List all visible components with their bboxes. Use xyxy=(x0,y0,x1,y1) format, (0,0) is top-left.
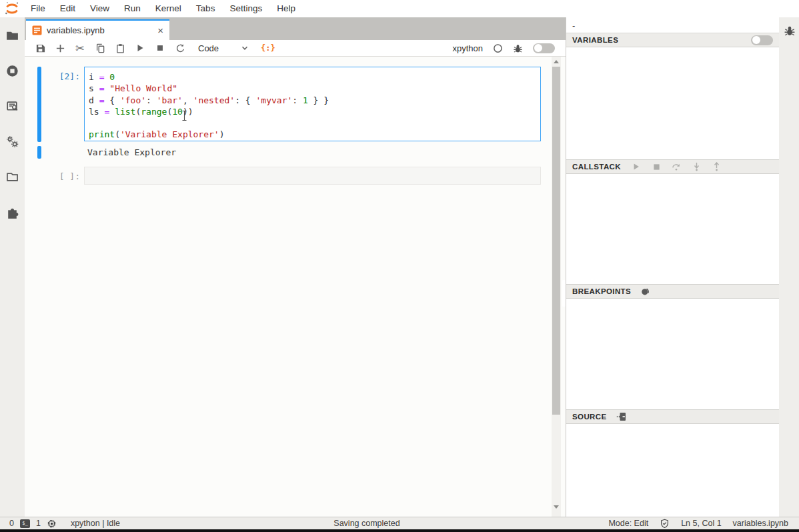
kernel-chip-icon xyxy=(47,519,57,529)
breakpoints-header-label: BREAKPOINTS xyxy=(572,287,631,295)
tab-close-icon[interactable]: × xyxy=(157,25,163,35)
callstack-header-label: CALLSTACK xyxy=(572,163,621,171)
menu-item-help[interactable]: Help xyxy=(269,0,303,17)
cell-output-collapser[interactable] xyxy=(37,146,41,159)
scrollbar-thumb[interactable] xyxy=(552,67,560,415)
left-sidebar xyxy=(0,17,25,517)
bottom-edge xyxy=(0,529,799,532)
breakpoints-section-header[interactable]: BREAKPOINTS xyxy=(566,285,779,299)
debugger-tab-bug-icon[interactable] xyxy=(784,25,796,37)
variables-section-header[interactable]: VARIABLES xyxy=(566,33,779,47)
notebook-file-icon xyxy=(32,25,42,35)
menu-item-settings[interactable]: Settings xyxy=(222,0,269,17)
extension-manager-icon[interactable] xyxy=(5,206,19,220)
paste-cells-button[interactable] xyxy=(110,40,130,56)
scroll-up-arrow[interactable] xyxy=(554,60,559,63)
kernel-status-text[interactable]: xpython | Idle xyxy=(71,519,120,528)
debug-step-out-button[interactable] xyxy=(712,162,721,171)
main-dock-panel: variables.ipynb × ✂ Code {:} xyxy=(25,17,566,517)
menu-item-tabs[interactable]: Tabs xyxy=(189,0,223,17)
variables-view-toggle[interactable] xyxy=(751,35,773,45)
cut-cells-button[interactable]: ✂ xyxy=(70,40,90,56)
jupyter-logo-icon xyxy=(4,1,20,17)
callstack-buttons xyxy=(632,162,721,171)
callstack-content xyxy=(566,174,779,285)
toggle-knob xyxy=(534,44,542,52)
callstack-section-header[interactable]: CALLSTACK xyxy=(566,160,779,174)
cell-type-value: Code xyxy=(198,43,219,53)
menu-item-run[interactable]: Run xyxy=(117,0,148,17)
close-all-breakpoints-icon[interactable] xyxy=(640,286,651,297)
open-source-in-editor-icon[interactable] xyxy=(616,411,627,422)
cell-execution-prompt: [2]: xyxy=(25,71,80,81)
cursor-position-indicator[interactable]: Ln 5, Col 1 xyxy=(681,519,721,528)
text-ibeam-cursor xyxy=(181,110,188,121)
save-button[interactable] xyxy=(30,40,50,56)
interrupt-kernel-button[interactable] xyxy=(150,40,170,56)
debug-continue-button[interactable] xyxy=(632,162,641,171)
restart-kernel-button[interactable] xyxy=(170,40,190,56)
variables-header-label: VARIABLES xyxy=(572,36,618,44)
settings-gears-icon[interactable] xyxy=(5,135,19,149)
terminals-count[interactable]: 0 xyxy=(9,519,14,528)
breakpoints-content xyxy=(566,299,779,410)
kernel-status-icon xyxy=(493,43,503,53)
status-bar: 0 $_ 1 xpython | Idle Saving completed M… xyxy=(0,517,799,529)
menu-item-kernel[interactable]: Kernel xyxy=(148,0,189,17)
toolbar-kernel-area: xpython xyxy=(452,43,555,53)
tab-title: variables.ipynb xyxy=(47,25,105,35)
code-braces-icon[interactable]: {:} xyxy=(261,43,275,53)
toggle-knob xyxy=(752,36,760,44)
terminal-icon: $_ xyxy=(20,519,30,528)
saving-status-message: Saving completed xyxy=(307,519,427,528)
cell-type-dropdown[interactable]: Code xyxy=(190,40,254,56)
source-header-label: SOURCE xyxy=(572,413,607,421)
active-filename[interactable]: variables.ipynb xyxy=(733,519,788,528)
debugger-bug-icon[interactable] xyxy=(513,43,523,53)
status-left-group: 0 $_ 1 xpython | Idle xyxy=(0,519,120,529)
simple-mode-toggle[interactable] xyxy=(533,43,555,53)
property-inspector-icon[interactable] xyxy=(5,99,19,113)
copy-cells-button[interactable] xyxy=(90,40,110,56)
notebook-content: [2]: i = 0s = "Hello World"d = { 'foo': … xyxy=(25,57,566,517)
scroll-down-arrow[interactable] xyxy=(554,505,559,509)
chevron-down-icon xyxy=(241,44,249,52)
file-browser-icon[interactable] xyxy=(5,29,19,43)
notebook-mode-indicator[interactable]: Mode: Edit xyxy=(608,519,648,528)
notebook-scrollbar[interactable] xyxy=(552,57,561,517)
code-cell-editor[interactable]: i = 0s = "Hello World"d = { 'foo': 'bar'… xyxy=(84,67,541,141)
tab-bar: variables.ipynb × xyxy=(25,17,566,40)
menu-bar: FileEditViewRunKernelTabsSettingsHelp xyxy=(0,0,799,17)
variables-content xyxy=(566,47,779,160)
debugger-panel-title: - xyxy=(566,17,779,33)
notebook-toolbar: ✂ Code {:} xpython xyxy=(25,40,566,57)
empty-cell-prompt: [ ]: xyxy=(25,171,80,181)
debug-terminate-button[interactable] xyxy=(652,162,661,171)
run-cell-button[interactable] xyxy=(130,40,150,56)
debugger-panel: - VARIABLES CALLSTACK xyxy=(566,17,779,517)
right-sidebar xyxy=(779,17,799,517)
kernels-count[interactable]: 1 xyxy=(36,519,41,528)
status-right-group: Mode: Edit Ln 5, Col 1 variables.ipynb xyxy=(608,519,799,529)
menu-item-view[interactable]: View xyxy=(83,0,117,17)
menu-item-file[interactable]: File xyxy=(23,0,53,17)
source-content xyxy=(566,424,779,517)
running-sessions-icon[interactable] xyxy=(5,64,19,78)
cell-output-text: Variable Explorer xyxy=(87,147,176,157)
menu-item-edit[interactable]: Edit xyxy=(53,0,83,17)
source-section-header[interactable]: SOURCE xyxy=(566,410,779,424)
add-cell-button[interactable] xyxy=(50,40,70,56)
debug-step-in-button[interactable] xyxy=(692,162,701,171)
open-tabs-icon[interactable] xyxy=(5,170,19,184)
empty-code-cell-editor[interactable] xyxy=(84,167,541,185)
trust-shield-icon[interactable] xyxy=(660,519,670,529)
debug-step-over-button[interactable] xyxy=(672,162,681,171)
tab-variables-ipynb[interactable]: variables.ipynb × xyxy=(26,19,169,40)
menu-items: FileEditViewRunKernelTabsSettingsHelp xyxy=(23,0,303,17)
kernel-name-label[interactable]: xpython xyxy=(452,43,483,53)
